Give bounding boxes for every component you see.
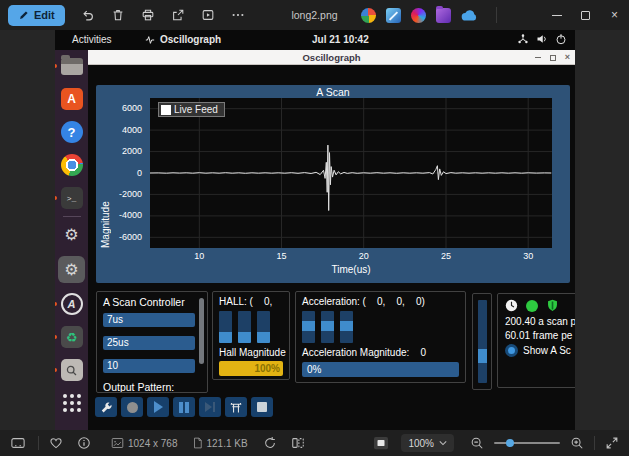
- running-indicator: [55, 302, 57, 306]
- dock-item-settings-active[interactable]: ⚙: [58, 256, 85, 283]
- close-icon[interactable]: ×: [565, 53, 570, 62]
- blue-app-icon[interactable]: [386, 8, 401, 23]
- compare-icon[interactable]: [291, 436, 305, 450]
- slider-thumb[interactable]: [478, 349, 487, 363]
- chevron-down-icon: [439, 440, 447, 446]
- restore-icon[interactable]: [550, 55, 556, 61]
- hall-slider-z[interactable]: [257, 311, 270, 343]
- radio-icon[interactable]: [505, 344, 518, 357]
- system-status-area[interactable]: [517, 33, 567, 45]
- fullscreen-icon[interactable]: [605, 436, 619, 450]
- running-indicator: [55, 335, 57, 339]
- zoom-slider[interactable]: [494, 442, 560, 444]
- clock-icon: [505, 299, 518, 312]
- legend-live-feed[interactable]: Live Feed: [158, 102, 225, 117]
- viewer-canvas: Activities Oscillograph Jul 21 10:42 A ?: [0, 30, 629, 430]
- dimensions-value: 1024 x 768: [128, 438, 178, 449]
- status-icons: [505, 299, 575, 312]
- edit-button[interactable]: Edit: [8, 5, 65, 26]
- zoom-in-icon[interactable]: [570, 436, 584, 450]
- checkbox-icon[interactable]: [161, 105, 171, 115]
- print-icon[interactable]: [133, 3, 163, 27]
- shield-icon: [546, 299, 559, 312]
- gate-button[interactable]: [225, 397, 247, 417]
- terminal-icon: >_: [61, 187, 83, 209]
- filmstrip-icon[interactable]: [10, 436, 26, 450]
- controller-field-2[interactable]: 25us: [103, 336, 195, 350]
- minimize-icon[interactable]: [535, 57, 541, 58]
- files-icon: [61, 58, 83, 75]
- rotate-view-icon[interactable]: [263, 436, 277, 450]
- oscillograph-app-icon: [145, 35, 155, 45]
- activities-button[interactable]: Activities: [72, 34, 111, 45]
- minimize-button[interactable]: [542, 0, 571, 30]
- dock-item-files[interactable]: [60, 54, 84, 78]
- dock-item-show-applications[interactable]: [60, 391, 84, 415]
- zoom-out-icon[interactable]: [470, 436, 484, 450]
- controller-field-1[interactable]: 7us: [103, 313, 195, 327]
- delete-icon[interactable]: [103, 3, 133, 27]
- record-button[interactable]: [121, 397, 143, 417]
- frame-rate-text: 60.01 frame pe: [505, 330, 575, 341]
- edge-browser-icon[interactable]: [411, 8, 426, 23]
- controller-field-3[interactable]: 10: [103, 359, 195, 373]
- acceleration-slider-x[interactable]: [302, 311, 315, 343]
- more-options-icon[interactable]: [223, 3, 253, 27]
- file-icon: [192, 437, 203, 449]
- viewer-titlebar: Edit long2.png ×: [0, 0, 629, 30]
- zoom-level-dropdown[interactable]: 100%: [401, 434, 454, 452]
- plot-area[interactable]: [150, 98, 552, 248]
- show-a-scan-option[interactable]: Show A Sc: [505, 344, 575, 357]
- dimensions-icon: [111, 437, 124, 449]
- window-controls: ×: [542, 0, 629, 30]
- legend-label: Live Feed: [174, 104, 218, 115]
- x-tick-label: 15: [270, 251, 294, 261]
- dock-item-chrome[interactable]: [60, 153, 84, 177]
- share-icon[interactable]: [163, 3, 193, 27]
- purple-folder-icon[interactable]: [436, 8, 451, 23]
- maximize-button[interactable]: [571, 0, 600, 30]
- oscillograph-window-title: Oscillograph: [302, 52, 360, 63]
- oscillograph-titlebar[interactable]: Oscillograph ×: [88, 50, 575, 65]
- fit-to-window-icon[interactable]: [373, 436, 389, 450]
- file-size-value: 121.1 KB: [207, 438, 248, 449]
- chart-title: A Scan: [96, 86, 570, 98]
- dock-item-settings[interactable]: ⚙: [60, 223, 84, 247]
- dock-item-oscillograph[interactable]: A: [60, 292, 84, 316]
- info-icon[interactable]: [77, 436, 91, 450]
- pause-button[interactable]: [173, 397, 195, 417]
- dock-item-help[interactable]: ?: [60, 120, 84, 144]
- slider-track[interactable]: [478, 300, 487, 383]
- settings-wrench-button[interactable]: [95, 397, 117, 417]
- acceleration-panel: Acceleration: ( 0, 0, 0) Acceleration Ma…: [295, 291, 466, 383]
- x-tick-label: 10: [187, 251, 211, 261]
- colorwheel-icon[interactable]: [361, 8, 376, 23]
- clock[interactable]: Jul 21 10:42: [312, 34, 369, 45]
- hall-slider-x[interactable]: [219, 311, 232, 343]
- dock-item-terminal[interactable]: >_: [60, 186, 84, 210]
- acceleration-slider-y[interactable]: [321, 311, 334, 343]
- dock: A ? >_ ⚙ ⚙ A ♻: [55, 50, 88, 430]
- dock-item-search[interactable]: [60, 358, 84, 382]
- skip-end-button[interactable]: [199, 397, 221, 417]
- hall-slider-y[interactable]: [238, 311, 251, 343]
- zoom-slider-thumb[interactable]: [506, 439, 514, 447]
- slideshow-icon[interactable]: [193, 3, 223, 27]
- favorite-heart-icon[interactable]: [49, 436, 63, 450]
- undo-icon[interactable]: [73, 3, 103, 27]
- dock-item-trash[interactable]: ♻: [60, 325, 84, 349]
- stop-button[interactable]: [251, 397, 273, 417]
- volume-icon: [536, 33, 548, 45]
- dock-item-software[interactable]: A: [60, 87, 84, 111]
- x-tick-label: 20: [352, 251, 376, 261]
- play-button[interactable]: [147, 397, 169, 417]
- acceleration-slider-z[interactable]: [340, 311, 353, 343]
- screenshot-image: Activities Oscillograph Jul 21 10:42 A ?: [55, 30, 575, 430]
- zoom-level-value: 100%: [408, 438, 434, 449]
- green-status-icon: [526, 300, 538, 312]
- close-button[interactable]: ×: [600, 0, 629, 30]
- focused-app-indicator[interactable]: Oscillograph: [145, 34, 221, 45]
- panel-scrollbar[interactable]: [199, 298, 204, 364]
- y-tick-label: 4000: [98, 125, 142, 135]
- cloud-icon[interactable]: [461, 9, 478, 22]
